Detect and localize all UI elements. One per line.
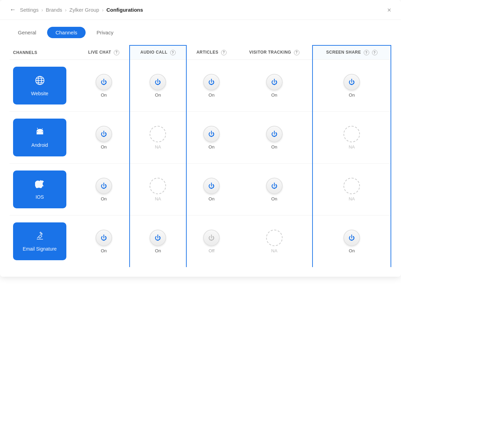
channel-icon: [35, 231, 45, 243]
power-label-na: NA: [349, 196, 355, 201]
channel-icon: [35, 128, 45, 140]
power-button-on[interactable]: ⏻: [96, 74, 112, 90]
power-button-on[interactable]: ⏻: [150, 74, 166, 90]
power-button-on[interactable]: ⏻: [203, 126, 220, 142]
power-button-on[interactable]: ⏻: [343, 74, 360, 90]
power-button-on[interactable]: ⏻: [266, 178, 283, 194]
channel-icon: [35, 75, 45, 88]
articles-help-icon[interactable]: ?: [221, 50, 227, 55]
power-label-on: On: [155, 92, 161, 98]
power-button-on[interactable]: ⏻: [96, 230, 112, 246]
visitor-tracking-help-icon[interactable]: ?: [294, 50, 299, 55]
articles-cell: ⏻Off: [186, 216, 236, 267]
power-icon: ⏻: [271, 183, 277, 189]
channel-card-android[interactable]: Android: [13, 119, 66, 156]
channel-cell: Android: [10, 112, 78, 164]
back-button[interactable]: ←: [10, 6, 16, 13]
channel-card-ios[interactable]: IOS: [13, 170, 66, 208]
col-header-audio-call: AUDIO CALL ?: [130, 45, 187, 60]
power-label-on: On: [271, 92, 277, 98]
breadcrumb-current: Configurations: [106, 7, 143, 13]
power-button-na: [266, 230, 283, 246]
screen-share-help-icon-2[interactable]: ?: [372, 50, 377, 55]
power-icon: ⏻: [101, 235, 107, 241]
live-chat-cell: ⏻On: [78, 164, 130, 216]
power-label-na: NA: [271, 248, 277, 253]
power-icon: ⏻: [208, 79, 215, 85]
power-button-na: [150, 126, 166, 142]
power-label-na: NA: [155, 144, 161, 150]
power-button-on[interactable]: ⏻: [96, 126, 112, 142]
power-cell: ⏻On: [316, 74, 387, 98]
power-label-on: On: [101, 144, 107, 150]
power-label-on: On: [101, 196, 107, 201]
power-icon: ⏻: [101, 183, 107, 189]
audio-call-cell: NA: [130, 112, 187, 164]
power-cell: ⏻Off: [190, 230, 233, 253]
power-label-na: NA: [349, 144, 355, 150]
breadcrumb-group[interactable]: Zylker Group: [69, 7, 99, 13]
power-cell: ⏻On: [316, 230, 387, 253]
power-cell: ⏻On: [82, 126, 126, 150]
close-button[interactable]: ×: [387, 7, 391, 13]
power-button-off[interactable]: ⏻: [203, 230, 220, 246]
live-chat-help-icon[interactable]: ?: [114, 50, 119, 55]
tab-privacy[interactable]: Privacy: [88, 27, 122, 38]
screen-share-cell: ⏻On: [313, 216, 391, 267]
main-window: ← Settings › Brands › Zylker Group › Con…: [0, 0, 401, 277]
col-header-channels: CHANNELS: [10, 45, 78, 60]
power-button-on[interactable]: ⏻: [343, 230, 360, 246]
table-row: Android⏻OnNA⏻On⏻OnNA: [10, 112, 391, 164]
screen-share-cell: ⏻On: [313, 60, 391, 112]
power-cell: ⏻On: [240, 126, 309, 150]
screen-share-cell: NA: [313, 164, 391, 216]
power-cell: ⏻On: [82, 178, 126, 201]
tab-general[interactable]: General: [10, 27, 44, 38]
breadcrumb: ← Settings › Brands › Zylker Group › Con…: [10, 6, 143, 13]
screen-share-cell: NA: [313, 112, 391, 164]
table-row: Website⏻On⏻On⏻On⏻On⏻On: [10, 60, 391, 112]
power-icon: ⏻: [349, 235, 355, 241]
table-row: Email Signature⏻On⏻On⏻OffNA⏻On: [10, 216, 391, 267]
tab-channels[interactable]: Channels: [47, 27, 85, 38]
power-label-on: On: [101, 248, 107, 253]
power-cell: ⏻On: [133, 230, 183, 253]
live-chat-cell: ⏻On: [78, 112, 130, 164]
power-button-on[interactable]: ⏻: [150, 230, 166, 246]
power-label-on: On: [271, 144, 277, 150]
channel-label: Android: [31, 142, 48, 148]
breadcrumb-settings[interactable]: Settings: [20, 7, 39, 13]
power-cell: ⏻On: [82, 230, 126, 253]
audio-call-help-icon[interactable]: ?: [170, 50, 176, 55]
channel-cell: Website: [10, 60, 78, 112]
power-label-on: On: [209, 144, 215, 150]
breadcrumb-brands[interactable]: Brands: [46, 7, 62, 13]
power-button-on[interactable]: ⏻: [266, 74, 283, 90]
channel-card-email-signature[interactable]: Email Signature: [13, 222, 66, 260]
power-button-na: [343, 126, 360, 142]
power-label-on: On: [209, 196, 215, 201]
power-cell: ⏻On: [240, 178, 309, 201]
header: ← Settings › Brands › Zylker Group › Con…: [0, 0, 401, 20]
screen-share-help-icon[interactable]: ?: [364, 50, 369, 55]
power-button-on[interactable]: ⏻: [96, 178, 112, 194]
audio-call-cell: ⏻On: [130, 216, 187, 267]
channel-card-website[interactable]: Website: [13, 67, 66, 104]
table-row: IOS⏻OnNA⏻On⏻OnNA: [10, 164, 391, 216]
power-button-on[interactable]: ⏻: [203, 74, 220, 90]
channel-label: IOS: [35, 194, 44, 200]
power-icon: ⏻: [349, 79, 355, 85]
audio-call-cell: NA: [130, 164, 187, 216]
col-header-screen-share: SCREEN SHARE ? ?: [313, 45, 391, 60]
power-icon: ⏻: [271, 79, 277, 85]
tabs-bar: General Channels Privacy: [0, 20, 401, 38]
channel-cell: Email Signature: [10, 216, 78, 267]
power-label-on: On: [155, 248, 161, 253]
visitor-tracking-cell: ⏻On: [236, 164, 313, 216]
power-button-on[interactable]: ⏻: [203, 178, 220, 194]
live-chat-cell: ⏻On: [78, 216, 130, 267]
power-cell: ⏻On: [190, 178, 233, 201]
power-button-on[interactable]: ⏻: [266, 126, 283, 142]
col-header-live-chat: LIVE CHAT ?: [78, 45, 130, 60]
power-cell: NA: [316, 126, 387, 150]
